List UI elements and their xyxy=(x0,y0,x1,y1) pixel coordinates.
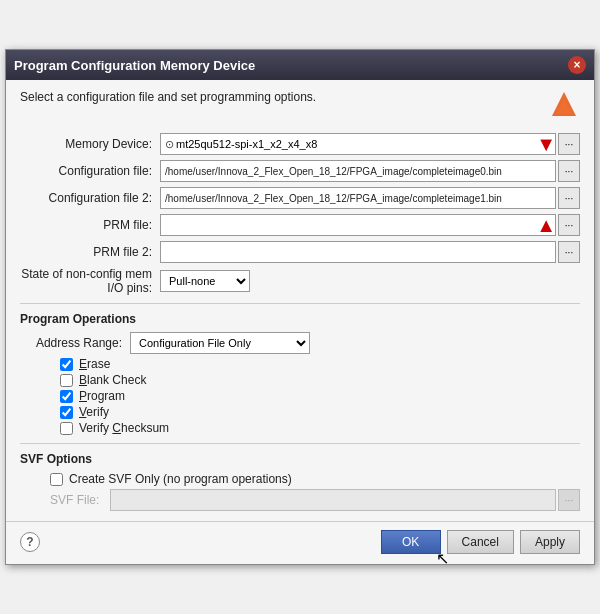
svf-file-label: SVF File: xyxy=(50,493,110,507)
erase-label: Erase xyxy=(79,357,110,371)
memory-device-field[interactable]: ⊙ mt25qu512-spi-x1_x2_x4_x8 xyxy=(160,133,556,155)
dialog-footer: ? OK ↖ Cancel Apply xyxy=(6,521,594,564)
apply-button[interactable]: Apply xyxy=(520,530,580,554)
chip-icon: ⊙ xyxy=(165,138,174,151)
config-file2-label: Configuration file 2: xyxy=(20,191,160,205)
cancel-button[interactable]: Cancel xyxy=(447,530,514,554)
svf-only-label: Create SVF Only (no program operations) xyxy=(69,472,292,486)
prm-file2-input[interactable] xyxy=(160,241,556,263)
config-file-input[interactable] xyxy=(160,160,556,182)
config-file-label: Configuration file: xyxy=(20,164,160,178)
erase-checkbox-row: Erase xyxy=(30,357,580,371)
verify-checkbox[interactable] xyxy=(60,406,73,419)
program-checkbox[interactable] xyxy=(60,390,73,403)
xilinx-logo xyxy=(548,90,580,122)
prm-file2-input-group: ··· xyxy=(160,241,580,263)
svf-options-section: SVF Options Create SVF Only (no program … xyxy=(20,452,580,511)
svf-options-title: SVF Options xyxy=(20,452,580,466)
blank-check-checkbox-row: Blank Check xyxy=(30,373,580,387)
prm-file-browse-button[interactable]: ··· xyxy=(558,214,580,236)
logo-area xyxy=(548,90,580,122)
config-file2-input[interactable] xyxy=(160,187,556,209)
verify-checksum-checkbox-row: Verify Checksum xyxy=(30,421,580,435)
dialog-body: Select a configuration file and set prog… xyxy=(6,80,594,521)
prm-file2-row: PRM file 2: ··· xyxy=(20,240,580,264)
help-button[interactable]: ? xyxy=(20,532,40,552)
prm-file2-browse-button[interactable]: ··· xyxy=(558,241,580,263)
svf-file-row: SVF File: ··· xyxy=(20,489,580,511)
memory-device-browse-button[interactable]: ··· xyxy=(558,133,580,155)
verify-checksum-label: Verify Checksum xyxy=(79,421,169,435)
ok-button-wrapper: OK ↖ xyxy=(381,530,441,554)
verify-checkbox-row: Verify xyxy=(30,405,580,419)
config-file-input-group: ··· xyxy=(160,160,580,182)
verify-label: Verify xyxy=(79,405,109,419)
svf-only-checkbox-row: Create SVF Only (no program operations) xyxy=(20,472,580,486)
config-file-browse-button[interactable]: ··· xyxy=(558,160,580,182)
prm-file-input[interactable] xyxy=(160,214,556,236)
memory-device-row: Memory Device: ⊙ mt25qu512-spi-x1_x2_x4_… xyxy=(20,132,580,156)
blank-check-label: Blank Check xyxy=(79,373,146,387)
config-file-row: Configuration file: ··· xyxy=(20,159,580,183)
svf-only-checkbox[interactable] xyxy=(50,473,63,486)
footer-left: ? xyxy=(20,532,40,552)
footer-buttons: OK ↖ Cancel Apply xyxy=(381,530,580,554)
dialog-title: Program Configuration Memory Device xyxy=(14,58,255,73)
program-ops-section: Address Range: Configuration File Only E… xyxy=(20,332,580,435)
close-button[interactable]: × xyxy=(568,56,586,74)
config-file2-input-group: ··· xyxy=(160,187,580,209)
state-select[interactable]: Pull-none Pull-up Pull-down xyxy=(160,270,250,292)
subtitle-text: Select a configuration file and set prog… xyxy=(20,90,316,104)
memory-device-input-group: ⊙ mt25qu512-spi-x1_x2_x4_x8 ▼ ··· xyxy=(160,133,580,155)
divider-1 xyxy=(20,303,580,304)
memory-device-label: Memory Device: xyxy=(20,137,160,151)
divider-2 xyxy=(20,443,580,444)
verify-checksum-checkbox[interactable] xyxy=(60,422,73,435)
program-ops-title: Program Operations xyxy=(20,312,580,326)
program-label: Program xyxy=(79,389,125,403)
prm-file-label: PRM file: xyxy=(20,218,160,232)
form-section: Memory Device: ⊙ mt25qu512-spi-x1_x2_x4_… xyxy=(20,132,580,295)
config-file2-browse-button[interactable]: ··· xyxy=(558,187,580,209)
config-file2-row: Configuration file 2: ··· xyxy=(20,186,580,210)
blank-check-checkbox[interactable] xyxy=(60,374,73,387)
memory-device-value: mt25qu512-spi-x1_x2_x4_x8 xyxy=(176,138,317,150)
state-label: State of non-config mem I/O pins: xyxy=(20,267,160,295)
prm-file2-label: PRM file 2: xyxy=(20,245,160,259)
address-range-row: Address Range: Configuration File Only E… xyxy=(30,332,580,354)
prm-file-row: PRM file: ▲ ··· xyxy=(20,213,580,237)
title-bar: Program Configuration Memory Device × xyxy=(6,50,594,80)
state-select-group: Pull-none Pull-up Pull-down xyxy=(160,270,250,292)
address-range-select[interactable]: Configuration File Only Entire Configura… xyxy=(130,332,310,354)
svf-file-input xyxy=(110,489,556,511)
program-checkbox-row: Program xyxy=(30,389,580,403)
ok-button[interactable]: OK xyxy=(381,530,441,554)
address-range-label: Address Range: xyxy=(30,336,130,350)
dialog-window: Program Configuration Memory Device × Se… xyxy=(5,49,595,565)
prm-file-input-group: ▲ ··· xyxy=(160,214,580,236)
state-row: State of non-config mem I/O pins: Pull-n… xyxy=(20,267,580,295)
svf-file-browse-button: ··· xyxy=(558,489,580,511)
erase-checkbox[interactable] xyxy=(60,358,73,371)
